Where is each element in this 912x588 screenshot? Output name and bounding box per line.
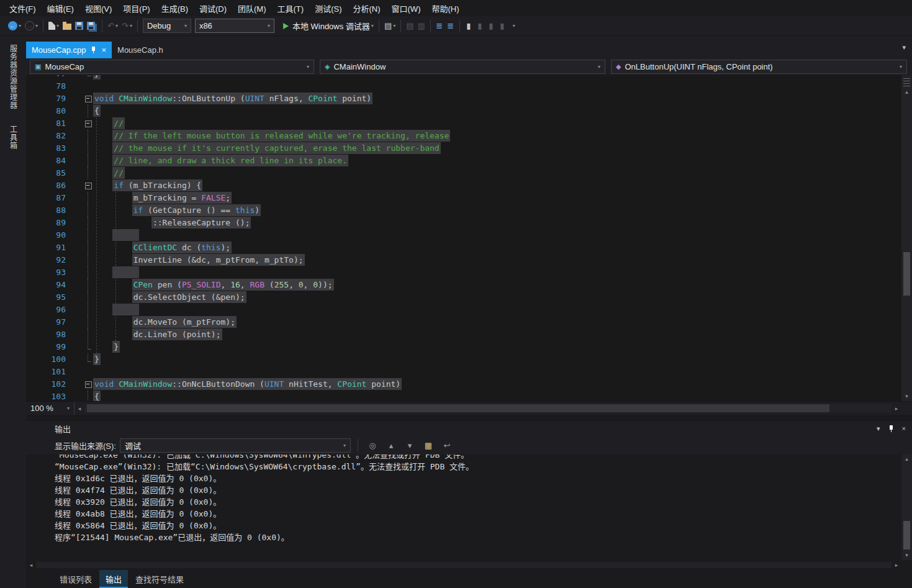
scroll-right-icon[interactable]: ▸ [892, 402, 901, 415]
output-source-label: 显示输出来源(S): [55, 440, 116, 451]
menu-item[interactable]: 帮助(H) [426, 0, 464, 16]
scroll-down-icon[interactable]: ▾ [901, 551, 912, 560]
editor-vertical-scrollbar[interactable]: ▴ ▾ [901, 75, 912, 401]
fold-marker[interactable] [83, 117, 94, 130]
menu-item[interactable]: 编辑(E) [42, 0, 79, 16]
scroll-left-icon[interactable]: ◂ [26, 560, 36, 570]
line-number: 81 [37, 117, 66, 130]
code-token: CClientDC [133, 243, 177, 252]
panel-tab-item[interactable]: 查找符号结果 [129, 570, 190, 588]
navigate-forward-button[interactable]: → ▾ [23, 19, 40, 34]
save-all-button[interactable] [85, 19, 99, 34]
start-debugging-button[interactable]: 本地 Windows 调试器 ▾ [281, 19, 376, 34]
document-tab[interactable]: MouseCap.cpp× [26, 42, 112, 58]
menu-item[interactable]: 窗口(W) [386, 0, 427, 16]
project-dropdown[interactable]: ▣ MouseCap ▾ [30, 60, 314, 74]
navigate-backward-button[interactable]: ← ▾ [6, 19, 23, 34]
menu-item[interactable]: 文件(F) [4, 0, 42, 16]
previous-message-button[interactable]: ▴ [384, 438, 399, 453]
scroll-left-icon[interactable]: ◂ [74, 402, 84, 415]
splitter-grip-icon[interactable] [903, 76, 910, 88]
scroll-down-icon[interactable]: ▾ [901, 392, 912, 401]
uncomment-button[interactable]: ≣ [445, 19, 456, 34]
fold-marker [83, 192, 94, 204]
horizontal-scrollbar-track[interactable] [84, 404, 892, 412]
panel-tab-active[interactable]: 输出 [99, 570, 128, 588]
code-token: CMainWindow [119, 379, 172, 389]
member-dropdown[interactable]: ◆ OnLButtonUp(UINT nFlags, CPoint point)… [611, 60, 907, 74]
scroll-right-icon[interactable]: ▸ [892, 560, 901, 570]
comment-out-button[interactable]: ≣ [434, 19, 445, 34]
code-line: 79void CMainWindow::OnLButtonUp (UINT nF… [37, 93, 901, 105]
menu-item[interactable]: 分析(N) [347, 0, 386, 16]
clear-all-button[interactable]: ▦ [421, 438, 436, 453]
menu-item[interactable]: 工具(T) [272, 0, 310, 16]
sidebar-tab-server-explorer[interactable]: 服务器资源管理器 [8, 38, 19, 115]
fold-marker [83, 316, 94, 328]
code-editor[interactable]: 77}7879void CMainWindow::OnLButtonUp (UI… [26, 75, 912, 401]
scrollbar-track[interactable] [901, 464, 912, 551]
solution-platforms-combo[interactable]: x86 ▾ [195, 19, 274, 33]
zoom-dropdown[interactable]: 100 % ▾ [26, 402, 74, 415]
code-chunk: if (m_bTracking) { [114, 181, 201, 190]
left-tool-tab-strip: 服务器资源管理器 工具箱 [0, 36, 26, 588]
pin-icon[interactable] [90, 46, 97, 54]
line-number: 95 [37, 291, 66, 304]
panel-splitter[interactable] [26, 415, 912, 421]
code-token: , [304, 280, 314, 289]
menu-item[interactable]: 测试(S) [309, 0, 347, 16]
previous-bookmark-button[interactable]: ▮ [474, 19, 485, 34]
menu-item[interactable]: 项目(P) [117, 0, 155, 16]
scrollbar-track[interactable] [901, 97, 912, 392]
type-dropdown[interactable]: ◈ CMainWindow ▾ [320, 60, 605, 74]
find-message-button[interactable]: ◎ [365, 438, 380, 453]
scroll-up-icon[interactable]: ▴ [901, 455, 912, 464]
code-text: dc.SelectObject (&pen); [94, 291, 245, 304]
increase-indent-button[interactable]: ▥ [415, 19, 427, 34]
save-button[interactable] [73, 19, 85, 34]
toggle-word-wrap-button[interactable]: ↩ [440, 438, 454, 453]
scrollbar-thumb[interactable] [903, 521, 910, 550]
menu-item[interactable]: 团队(M) [232, 0, 272, 16]
output-source-dropdown[interactable]: 调试 ▾ [120, 438, 351, 453]
output-vertical-scrollbar[interactable]: ▴ ▾ [901, 455, 912, 560]
debug-target-options-button[interactable]: ▤ ▾ [382, 19, 397, 34]
panel-tab-item[interactable]: 错误列表 [53, 570, 98, 588]
clear-bookmarks-button[interactable]: ▮ [497, 19, 508, 34]
new-file-button[interactable]: ▾ [47, 19, 61, 34]
code-token: , [240, 280, 250, 289]
document-tab[interactable]: MouseCap.h [112, 42, 169, 58]
code-text: // [94, 167, 124, 179]
solution-configurations-combo[interactable]: Debug ▾ [143, 19, 191, 33]
active-files-chevron-icon[interactable]: ▾ [902, 43, 906, 52]
fold-marker[interactable] [83, 93, 94, 105]
open-file-button[interactable] [61, 19, 73, 34]
toggle-bookmark-button[interactable]: ▮ [463, 19, 474, 34]
next-bookmark-button[interactable]: ▮ [485, 19, 497, 34]
line-number: 83 [37, 142, 66, 155]
menu-item[interactable]: 生成(B) [156, 0, 194, 16]
undo-button[interactable]: ↶ ▾ [106, 19, 120, 34]
pin-icon[interactable] [888, 425, 895, 433]
sidebar-tab-toolbox[interactable]: 工具箱 [8, 119, 19, 156]
horizontal-scrollbar-track[interactable] [36, 562, 892, 568]
code-text: void CMainWindow::OnLButtonUp (UINT nFla… [94, 93, 371, 105]
margin-gap [66, 378, 83, 391]
fold-marker[interactable] [83, 378, 94, 391]
toolbar-overflow-button[interactable]: ▾ [508, 19, 519, 34]
window-position-chevron-icon[interactable]: ▾ [877, 425, 880, 433]
scrollbar-thumb[interactable] [903, 252, 910, 296]
decrease-indent-button[interactable]: ▤ [404, 19, 415, 34]
next-message-button[interactable]: ▾ [402, 438, 417, 453]
fold-marker[interactable] [83, 179, 94, 192]
close-icon[interactable]: × [902, 425, 906, 432]
redo-button[interactable]: ↷ ▾ [120, 19, 134, 34]
scroll-up-icon[interactable]: ▴ [901, 88, 912, 97]
menu-item[interactable]: 调试(D) [194, 0, 232, 16]
horizontal-scrollbar-thumb[interactable] [87, 404, 829, 412]
close-icon[interactable]: × [101, 46, 106, 54]
output-line: 线程 0x3920 已退出，返回值为 0 (0x0)。 [55, 496, 901, 508]
menu-item[interactable]: 视图(V) [79, 0, 117, 16]
code-text: // If the left mouse button is released … [94, 130, 449, 142]
output-text-area[interactable]: “MouseCap.exe”(Win32): 已加载“C:\Windows\Sy… [26, 455, 912, 560]
